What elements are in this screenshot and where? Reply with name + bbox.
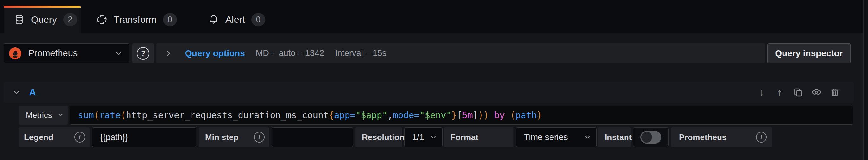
datasource-help-button[interactable]: ? <box>132 43 154 63</box>
min-step-info-icon[interactable]: i <box>254 132 265 142</box>
chevron-down-icon <box>584 133 591 141</box>
toggle-visibility-eye-icon[interactable] <box>811 87 822 98</box>
datasource-picker[interactable]: Prometheus <box>4 43 129 63</box>
editor-tab-bar: Query 2 <box>0 0 868 33</box>
database-icon <box>14 14 25 25</box>
tab-transform[interactable]: Transform 0 <box>97 6 177 33</box>
pane-edge <box>864 0 868 160</box>
instant-toggle[interactable] <box>633 127 669 147</box>
query-options-header[interactable]: Query options MD = auto = 1342 Interval … <box>156 43 765 63</box>
tab-transform-count-badge: 0 <box>163 13 177 26</box>
datasource-selected-label: Prometheus <box>28 48 78 59</box>
tab-transform-label: Transform <box>114 14 157 25</box>
question-circle-icon: ? <box>137 47 149 60</box>
tab-alert-label: Alert <box>225 14 245 25</box>
query-row-actions: ↓ ↑ <box>755 82 840 103</box>
grafana-query-editor: Query 2 <box>0 0 868 160</box>
format-select[interactable]: Time series <box>516 127 597 147</box>
move-query-up-icon[interactable]: ↑ <box>774 87 785 98</box>
query-ref-id[interactable]: A <box>29 87 36 98</box>
legend-label: Legend i <box>19 127 90 147</box>
collapse-chevron-icon[interactable] <box>12 88 21 97</box>
tab-query[interactable]: Query 2 <box>4 6 81 33</box>
tab-alert[interactable]: Alert 0 <box>208 6 265 33</box>
transform-icon <box>97 14 107 25</box>
resolution-select[interactable]: 1/1 <box>404 127 442 147</box>
chevron-down-icon <box>57 111 64 119</box>
promql-expression: sum(rate(http_server_requests_duration_m… <box>78 110 542 121</box>
min-step-label: Min step i <box>199 127 269 147</box>
toggle-switch-track <box>641 131 661 143</box>
resolution-label: Resolution <box>355 127 402 147</box>
toggle-switch-knob <box>641 132 652 142</box>
duplicate-query-icon[interactable] <box>792 87 804 98</box>
bell-icon <box>208 14 219 25</box>
prometheus-exemplars-label: Prometheus i <box>671 127 772 147</box>
delete-query-trash-icon[interactable] <box>829 87 840 98</box>
chevron-right-icon <box>165 49 173 58</box>
legend-input[interactable] <box>92 127 196 147</box>
editor-mode-dropdown[interactable]: Metrics <box>19 106 68 125</box>
chevron-down-icon <box>115 49 123 58</box>
move-query-down-icon[interactable]: ↓ <box>755 87 767 98</box>
legend-info-icon[interactable]: i <box>74 132 85 142</box>
chevron-down-icon <box>430 133 437 141</box>
format-label: Format <box>444 127 514 147</box>
query-inspector-button[interactable]: Query inspector <box>767 43 850 63</box>
query-row-header[interactable]: A ↓ ↑ <box>4 82 854 103</box>
interval-summary: Interval = 15s <box>335 49 386 58</box>
promql-expression-input[interactable]: sum(rate(http_server_requests_duration_m… <box>70 106 853 125</box>
max-data-points-summary: MD = auto = 1342 <box>256 49 324 58</box>
instant-label: Instant <box>598 127 630 147</box>
min-step-input[interactable] <box>272 127 353 147</box>
prometheus-logo-icon <box>9 47 21 59</box>
tab-query-label: Query <box>31 14 57 25</box>
tab-query-count-badge: 2 <box>63 13 77 26</box>
editor-mode-label: Metrics <box>26 110 52 120</box>
query-options-title: Query options <box>185 49 245 59</box>
prometheus-info-icon[interactable]: i <box>756 132 767 142</box>
tab-alert-count-badge: 0 <box>251 13 265 26</box>
